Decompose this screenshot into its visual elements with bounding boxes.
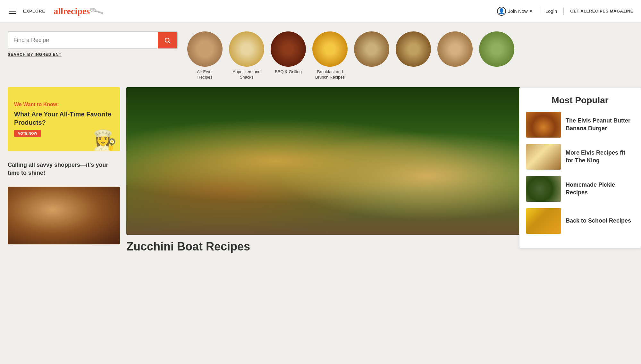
- promo-card[interactable]: We Want to Know: What Are Your All-Time …: [8, 87, 120, 151]
- promo-illustration: 👩‍🍳: [93, 129, 117, 151]
- categories-row: Air FryerRecipes Appetizers andSnacks BB…: [187, 31, 514, 80]
- popular-thumb-1: [526, 112, 561, 138]
- promo-subtitle: What Are Your All-Time Favorite Products…: [14, 110, 114, 127]
- popular-item-title-1: The Elvis Peanut Butter Banana Burger: [566, 117, 634, 132]
- category-circle-bbq: [271, 31, 306, 67]
- search-box: [8, 31, 178, 49]
- search-area: SEARCH BY INGREDIENT Air FryerRecipes Ap…: [0, 22, 641, 84]
- hamburger-menu[interactable]: [8, 7, 17, 15]
- magazine-button[interactable]: GET ALLRECIPES MAGAZINE: [570, 9, 633, 13]
- food-card-image: [8, 187, 120, 244]
- logo[interactable]: allrecipes🥄: [54, 5, 102, 17]
- popular-thumb-3: [526, 176, 561, 202]
- popular-item-title-3: Homemade Pickle Recipes: [566, 181, 634, 196]
- category-extra1[interactable]: [354, 31, 389, 80]
- explore-label[interactable]: EXPLORE: [23, 9, 45, 13]
- category-bbq[interactable]: BBQ & Grilling: [271, 31, 306, 80]
- popular-item-title-2: More Elvis Recipes fit for The King: [566, 149, 634, 164]
- category-appetizers[interactable]: Appetizers andSnacks: [229, 31, 264, 80]
- popular-thumb-2: [526, 144, 561, 170]
- category-circle-appetizers: [229, 31, 264, 67]
- popular-item-2[interactable]: More Elvis Recipes fit for The King: [526, 144, 634, 170]
- category-circle-breakfast: [312, 31, 348, 67]
- category-label-appetizers: Appetizers andSnacks: [233, 69, 261, 80]
- spoon-icon: 🥄: [89, 3, 105, 19]
- category-extra4[interactable]: [479, 31, 514, 80]
- category-label-air-fryer: Air FryerRecipes: [197, 69, 213, 80]
- header-left: EXPLORE allrecipes🥄: [8, 5, 102, 17]
- join-label: Join Now: [508, 8, 528, 14]
- search-icon: [164, 37, 171, 44]
- most-popular-title: Most Popular: [526, 95, 634, 106]
- category-breakfast[interactable]: Breakfast andBrunch Recipes: [312, 31, 348, 80]
- divider: [539, 7, 539, 15]
- join-now-button[interactable]: 👤 Join Now ▾: [497, 7, 532, 16]
- header-right: 👤 Join Now ▾ Login GET ALLRECIPES MAGAZI…: [497, 7, 633, 16]
- category-extra2[interactable]: [396, 31, 431, 80]
- promo-cta-button[interactable]: VOTE NOW: [14, 130, 41, 137]
- popular-item-4[interactable]: Back to School Recipes: [526, 208, 634, 234]
- category-air-fryer[interactable]: Air FryerRecipes: [187, 31, 223, 80]
- category-circle-extra4: [479, 31, 514, 67]
- popular-thumb-4: [526, 208, 561, 234]
- svg-point-0: [165, 38, 169, 42]
- category-circle-extra1: [354, 31, 389, 67]
- user-icon: 👤: [497, 7, 506, 16]
- left-sidebar: We Want to Know: What Are Your All-Time …: [8, 87, 120, 253]
- popular-item-title-4: Back to School Recipes: [566, 217, 631, 224]
- category-circle-extra3: [437, 31, 473, 67]
- promo-title: We Want to Know:: [14, 101, 114, 108]
- category-label-breakfast: Breakfast andBrunch Recipes: [315, 69, 345, 80]
- category-circle-extra2: [396, 31, 431, 67]
- promo-bottom-text: Calling all savvy shoppers—it's your tim…: [8, 158, 120, 180]
- login-button[interactable]: Login: [545, 8, 557, 14]
- popular-item-3[interactable]: Homemade Pickle Recipes: [526, 176, 634, 202]
- main-content: We Want to Know: What Are Your All-Time …: [0, 87, 641, 253]
- category-label-bbq: BBQ & Grilling: [275, 69, 302, 75]
- food-card-small[interactable]: [8, 187, 120, 244]
- category-extra3[interactable]: [437, 31, 473, 80]
- search-left: SEARCH BY INGREDIENT: [8, 31, 178, 57]
- dropdown-icon: ▾: [530, 8, 532, 14]
- search-button[interactable]: [158, 32, 177, 48]
- header: EXPLORE allrecipes🥄 👤 Join Now ▾ Login G…: [0, 0, 641, 22]
- category-circle-air-fryer: [187, 31, 223, 67]
- search-input[interactable]: [8, 32, 158, 48]
- popular-item-1[interactable]: The Elvis Peanut Butter Banana Burger: [526, 112, 634, 138]
- svg-line-1: [169, 42, 170, 43]
- logo-text: allrecipes: [54, 6, 90, 16]
- most-popular-panel: Most Popular The Elvis Peanut Butter Ban…: [519, 87, 641, 248]
- search-by-ingredient-link[interactable]: SEARCH BY INGREDIENT: [8, 52, 178, 57]
- divider2: [563, 7, 564, 15]
